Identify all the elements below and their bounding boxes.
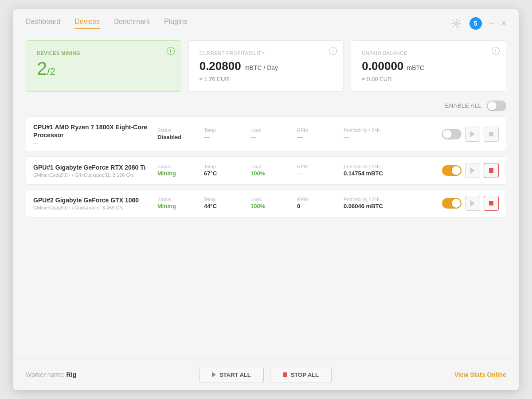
device-row: GPU#1 Gigabyte GeForce RTX 2080 Ti GMine… xyxy=(26,156,506,185)
device-stop-0[interactable] xyxy=(484,127,499,142)
balance-sub: ≈ 0.00 EUR xyxy=(362,76,495,82)
play-icon-2 xyxy=(470,200,475,206)
play-icon-1 xyxy=(470,167,475,174)
device-info-1: GPU#1 Gigabyte GeForce RTX 2080 Ti GMine… xyxy=(33,163,157,178)
device-name-2: GPU#2 Gigabyte GeForce GTX 1080 xyxy=(33,196,157,204)
load-col-2: Load 100% xyxy=(250,197,297,209)
stop-icon-0 xyxy=(489,132,493,136)
enable-all-label: ENABLE ALL xyxy=(445,102,481,109)
play-icon-0 xyxy=(470,131,475,137)
enable-all-row: ENABLE ALL xyxy=(26,101,506,111)
load-col-1: Load 100% xyxy=(250,164,297,177)
titlebar: Dashboard Devices Benchmark Plugins 5 − … xyxy=(13,9,519,30)
stop-all-button[interactable]: STOP ALL xyxy=(270,367,332,383)
device-toggle-0[interactable] xyxy=(442,129,462,139)
status-value-0: Disabled xyxy=(157,134,204,140)
profit-col-2: Profitability / 24h 0.06046 mBTC xyxy=(344,197,437,209)
load-col-0: Load --- xyxy=(250,128,297,140)
tab-dashboard[interactable]: Dashboard xyxy=(26,18,60,29)
rpm-col-2: RPM 0 xyxy=(297,197,344,209)
profit-value-0: --- xyxy=(344,134,437,140)
tab-devices[interactable]: Devices xyxy=(74,18,100,29)
bottom-buttons: START ALL STOP ALL xyxy=(199,367,332,383)
profit-value-2: 0.06046 mBTC xyxy=(344,203,437,209)
device-name-1: GPU#1 Gigabyte GeForce RTX 2080 Ti xyxy=(33,163,157,171)
device-controls-2 xyxy=(442,196,499,211)
settings-icon[interactable] xyxy=(450,17,462,30)
balance-card: i UNPAID BALANCE 0.00000 mBTC ≈ 0.00 EUR xyxy=(351,40,506,92)
tab-plugins[interactable]: Plugins xyxy=(164,18,187,29)
load-value-1: 100% xyxy=(250,170,297,177)
device-name-0: CPU#1 AMD Ryzen 7 1800X Eight-Core Proce… xyxy=(33,123,157,139)
view-stats-link[interactable]: View Stats Online xyxy=(454,371,506,378)
profit-col-0: Profitability / 24h --- xyxy=(344,128,437,140)
device-stats-0: Status Disabled Temp --- Load --- RPM --… xyxy=(157,128,437,140)
device-info-2: GPU#2 Gigabyte GeForce GTX 1080 GMinerCu… xyxy=(33,196,157,210)
stop-icon-1 xyxy=(489,168,493,173)
enable-all-toggle[interactable] xyxy=(487,101,506,111)
temp-col-2: Temp 44°C xyxy=(204,197,250,209)
status-col-1: Status Mining xyxy=(157,164,204,177)
profitability-label: CURRENT PROFITABILITY xyxy=(200,50,333,56)
rpm-value-0: --- xyxy=(297,134,344,140)
rpm-value-1: --- xyxy=(297,170,344,177)
profit-col-1: Profitability / 24h 0.14754 mBTC xyxy=(344,164,437,177)
nav-tabs: Dashboard Devices Benchmark Plugins xyxy=(26,18,188,29)
device-sub-0: --- xyxy=(33,140,157,145)
start-all-icon xyxy=(212,372,216,377)
worker-name-value: Rig xyxy=(66,371,77,378)
notification-badge[interactable]: 5 xyxy=(469,17,482,30)
start-all-button[interactable]: START ALL xyxy=(199,367,264,383)
devices-mining-card: i DEVICES MINING 2/2 xyxy=(26,40,181,92)
rpm-col-0: RPM --- xyxy=(297,128,344,140)
rpm-value-2: 0 xyxy=(297,203,344,209)
device-play-0[interactable] xyxy=(465,127,480,142)
device-stop-2[interactable] xyxy=(484,196,499,211)
balance-info-icon[interactable]: i xyxy=(492,47,500,55)
device-stats-1: Status Mining Temp 67°C Load 100% RPM --… xyxy=(157,164,437,177)
rpm-col-1: RPM --- xyxy=(297,164,344,177)
temp-col-1: Temp 67°C xyxy=(204,164,250,177)
device-row: CPU#1 AMD Ryzen 7 1800X Eight-Core Proce… xyxy=(26,116,506,152)
devices-mining-value: 2/2 xyxy=(37,58,170,79)
device-info-0: CPU#1 AMD Ryzen 7 1800X Eight-Core Proce… xyxy=(33,123,157,145)
balance-value: 0.00000 mBTC xyxy=(362,59,495,73)
status-value-2: Mining xyxy=(157,203,204,209)
close-button[interactable]: × xyxy=(501,18,506,28)
status-col-0: Status Disabled xyxy=(157,128,204,140)
device-row: GPU#2 Gigabyte GeForce GTX 1080 GMinerCu… xyxy=(26,189,506,217)
devices-info-icon[interactable]: i xyxy=(167,47,175,55)
main-content: i DEVICES MINING 2/2 i CURRENT PROFITABI… xyxy=(13,30,519,359)
status-col-2: Status Mining xyxy=(157,197,204,209)
profitability-sub: ≈ 1.76 EUR xyxy=(200,76,333,82)
devices-mining-label: DEVICES MINING xyxy=(37,50,170,56)
load-value-0: --- xyxy=(250,134,297,140)
stop-all-icon xyxy=(283,372,287,377)
stats-row: i DEVICES MINING 2/2 i CURRENT PROFITABI… xyxy=(26,40,506,92)
temp-col-0: Temp --- xyxy=(204,128,250,140)
device-sub-1: GMinerCuda9.0+ / GrinCuckatoo31: 2.156 G… xyxy=(33,172,157,178)
titlebar-right: 5 − × xyxy=(450,17,506,30)
bottom-bar: Worker name: Rig START ALL STOP ALL View… xyxy=(13,359,519,390)
device-sub-2: GMinerCuda9.0+ / Cuckaroom: 3.459 G/s xyxy=(33,205,157,210)
profitability-info-icon[interactable]: i xyxy=(329,47,337,55)
minimize-button[interactable]: − xyxy=(489,18,494,28)
device-play-1[interactable] xyxy=(465,163,480,178)
tab-benchmark[interactable]: Benchmark xyxy=(114,18,150,29)
balance-label: UNPAID BALANCE xyxy=(362,50,495,56)
device-stats-2: Status Mining Temp 44°C Load 100% RPM 0 xyxy=(157,197,437,209)
load-value-2: 100% xyxy=(250,203,297,209)
svg-point-0 xyxy=(455,22,458,25)
stop-icon-2 xyxy=(489,201,493,205)
temp-value-1: 67°C xyxy=(204,170,250,177)
temp-value-2: 44°C xyxy=(204,203,250,209)
device-controls-1 xyxy=(442,163,499,178)
profitability-value: 0.20800 mBTC / Day xyxy=(200,59,333,73)
device-toggle-2[interactable] xyxy=(442,198,462,209)
device-toggle-1[interactable] xyxy=(442,165,462,176)
device-controls-0 xyxy=(442,127,499,142)
worker-name-label: Worker name: Rig xyxy=(26,371,76,378)
device-play-2[interactable] xyxy=(465,196,480,211)
profitability-card: i CURRENT PROFITABILITY 0.20800 mBTC / D… xyxy=(188,40,344,92)
device-stop-1[interactable] xyxy=(484,163,499,178)
